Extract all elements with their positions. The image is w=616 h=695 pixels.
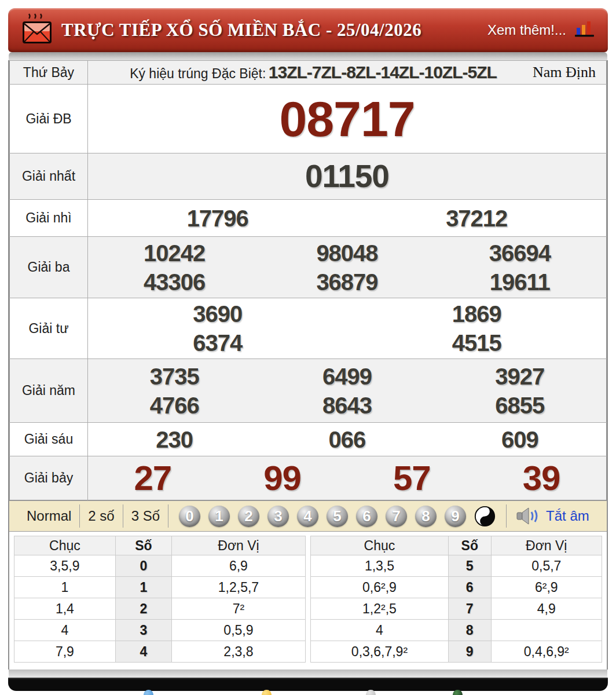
tens-cell: 4 <box>14 620 116 641</box>
tens-cell: 1,3,5 <box>311 555 449 577</box>
page-title: TRỰC TIẾP XỔ SỐ MIỀN BẮC - 25/04/2026 <box>61 20 421 41</box>
prize-number: 6499 <box>322 362 372 391</box>
units-cell: 0,5,7 <box>491 555 602 577</box>
ball-7[interactable]: 7 <box>386 506 407 527</box>
yin-yang-icon[interactable] <box>474 506 496 527</box>
prize-number: 27 <box>134 456 172 500</box>
digit-table-right: Chục Số Đơn Vị 1,3,5 5 0,5,7 0,6²,9 6 6²… <box>310 536 602 663</box>
units-cell: 6²,9 <box>491 577 602 598</box>
digit-row: 1,3,5 5 0,5,7 <box>311 555 602 577</box>
prize-number: 6855 <box>495 391 544 420</box>
prize-row-6: Giải sáu 230 066 609 <box>10 423 607 456</box>
units-cell: 4,9 <box>491 598 602 620</box>
digit-cell: 6 <box>448 577 491 598</box>
prize-label: Giải ĐB <box>10 85 88 153</box>
digit-cell: 0 <box>115 555 171 577</box>
units-cell: 2,3,8 <box>171 641 305 663</box>
digit-cell: 1 <box>115 577 171 598</box>
prize-number: 99 <box>263 456 301 500</box>
prize-number: 36694 <box>489 239 551 268</box>
prize-number: 3735 <box>150 362 199 391</box>
header-divider <box>9 52 607 60</box>
ball-6[interactable]: 6 <box>356 506 377 527</box>
prize-row-3: Giải ba 10242 98048 36694 43306 36879 19… <box>10 237 607 298</box>
mute-label: Tắt âm <box>546 508 589 524</box>
prize-number: 17796 <box>187 204 248 233</box>
prize-label: Giải tư <box>10 298 88 359</box>
prize-number: 10242 <box>144 239 205 268</box>
ball-2[interactable]: 2 <box>238 506 259 527</box>
prize-number: 4766 <box>150 391 199 420</box>
results-frame: Thứ Bảy Ký hiệu trúng Đặc Biệt: 13ZL-7ZL… <box>8 60 608 670</box>
ball-4[interactable]: 4 <box>297 506 318 527</box>
special-sign: Ký hiệu trúng Đặc Biệt: 13ZL-7ZL-8ZL-14Z… <box>94 63 533 82</box>
mute-toggle[interactable]: Tắt âm <box>516 506 589 526</box>
col-header: Số <box>448 536 491 555</box>
tens-cell: 4 <box>311 620 449 641</box>
tens-cell: 0,6²,9 <box>311 577 449 598</box>
results-table: Thứ Bảy Ký hiệu trúng Đặc Biệt: 13ZL-7ZL… <box>9 60 607 500</box>
separator <box>506 504 507 528</box>
mode-normal[interactable]: Normal <box>19 508 79 524</box>
province-name: Nam Định <box>533 64 600 81</box>
digit-cell: 3 <box>115 620 171 641</box>
number-balls: 0 1 2 3 4 5 6 7 8 9 <box>179 506 496 527</box>
prize-row-2: Giải nhì 17796 37212 <box>10 200 607 237</box>
tens-cell: 0,3,6,7,9² <box>311 641 449 663</box>
bar-chart-icon[interactable] <box>574 20 595 41</box>
units-cell: 0,5,9 <box>171 620 305 641</box>
prize-number: 98048 <box>316 239 377 268</box>
units-cell: 7² <box>171 598 305 620</box>
separator <box>168 504 168 528</box>
digit-cell: 9 <box>448 641 491 663</box>
ball-0[interactable]: 0 <box>179 506 200 527</box>
see-more-link[interactable]: Xem thêm!... <box>487 22 566 38</box>
ball-9[interactable]: 9 <box>445 506 466 527</box>
ball-8[interactable]: 8 <box>415 506 437 527</box>
prize-number: 1869 <box>452 299 501 328</box>
col-header: Chục <box>311 536 449 555</box>
prize-number: 01150 <box>305 156 389 196</box>
prize-number: 066 <box>329 425 366 454</box>
ball-1[interactable]: 1 <box>208 506 230 527</box>
tens-cell: 3,5,9 <box>14 555 116 577</box>
control-bar: Normal 2 số 3 Số 0 1 2 3 4 5 6 7 8 9 <box>9 500 607 532</box>
prize-number: 3927 <box>495 362 544 391</box>
digit-summary: Chục Số Đơn Vị 3,5,9 0 6,9 1 1 1,2,5,7 <box>9 532 607 670</box>
digit-row: 3,5,9 0 6,9 <box>14 555 306 577</box>
prize-number: 4515 <box>452 328 501 357</box>
digit-cell: 5 <box>448 555 491 577</box>
prize-number: 609 <box>501 425 538 454</box>
info-row: Thứ Bảy Ký hiệu trúng Đặc Biệt: 13ZL-7ZL… <box>10 61 607 85</box>
digit-row: 4 3 0,5,9 <box>14 620 306 641</box>
prize-label: Giải ba <box>10 237 88 298</box>
digit-cell: 8 <box>448 620 491 641</box>
header-bar: TRỰC TIẾP XỔ SỐ MIỀN BẮC - 25/04/2026 Xe… <box>8 8 608 52</box>
prize-label: Giải bảy <box>10 456 88 500</box>
prize-number: 8643 <box>322 391 372 420</box>
mode-3-digits[interactable]: 3 Số <box>123 508 168 524</box>
ball-5[interactable]: 5 <box>327 506 348 527</box>
prize-number: 37212 <box>446 204 507 233</box>
mode-2-digits[interactable]: 2 số <box>80 508 122 524</box>
sign-label: Ký hiệu trúng Đặc Biệt: <box>130 66 266 81</box>
units-cell: 0,4,6,9² <box>491 641 602 663</box>
ball-3[interactable]: 3 <box>267 506 289 527</box>
prize-number: 43306 <box>144 268 205 297</box>
prize-row-7: Giải bảy 27 99 57 39 <box>10 456 607 500</box>
tens-cell: 1 <box>14 577 116 598</box>
col-header: Đơn Vị <box>171 536 305 555</box>
prize-label: Giải sáu <box>10 423 88 456</box>
units-cell: 6,9 <box>171 555 305 577</box>
prize-label: Giải năm <box>10 359 88 423</box>
prize-number: 3690 <box>193 299 242 328</box>
tens-cell: 7,9 <box>14 641 116 663</box>
prize-label: Giải nhất <box>10 153 88 200</box>
digit-cell: 2 <box>115 598 171 620</box>
digit-cell: 4 <box>115 641 171 663</box>
prize-number: 57 <box>393 456 431 500</box>
digit-cell: 7 <box>448 598 491 620</box>
lottery-page: TRỰC TIẾP XỔ SỐ MIỀN BẮC - 25/04/2026 Xe… <box>0 0 616 695</box>
tens-cell: 1,4 <box>14 598 116 620</box>
prize-row-db: Giải ĐB 08717 <box>10 85 607 153</box>
